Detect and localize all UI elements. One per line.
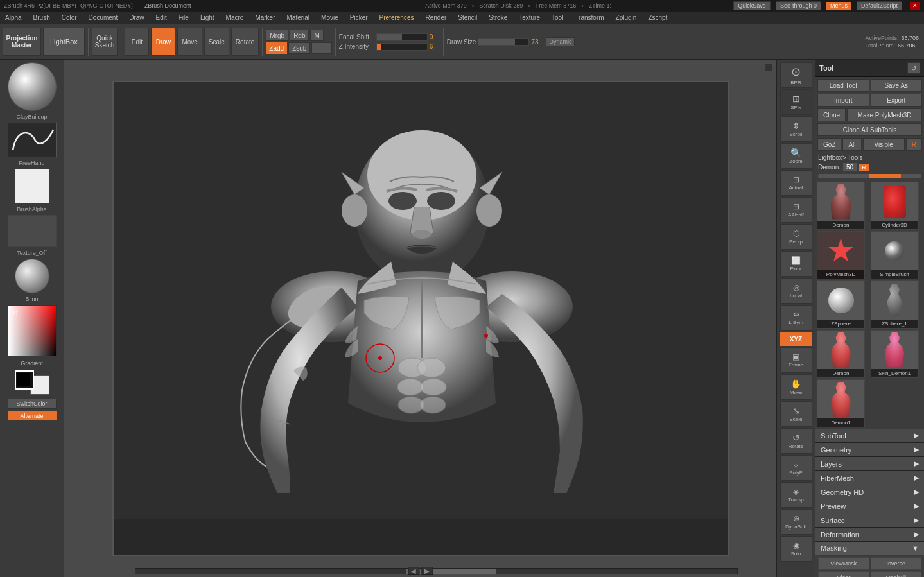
visible-button[interactable]: Visible [863,138,905,151]
menu-draw[interactable]: Draw [126,14,146,21]
z-intensity-slider[interactable] [376,43,428,51]
menu-tool[interactable]: Tool [549,14,566,21]
draw-size-slider[interactable] [478,38,529,46]
zoom-button[interactable]: 🔍 Zoom [780,143,812,169]
all-button[interactable]: All [842,138,861,151]
projection-master-button[interactable]: Projection Master [3,28,41,56]
bpr-button[interactable]: ⊙ BPR [780,62,812,88]
scroll-button[interactable]: ⇕ Scroll [780,116,812,142]
tool-polymesh3d[interactable]: PolyMesh3D [817,231,865,279]
menu-document[interactable]: Document [86,14,121,21]
texture-preview[interactable] [8,215,57,247]
view-mask-button[interactable]: ViewMask [818,557,869,570]
goz-button[interactable]: GoZ [817,138,841,151]
menu-light[interactable]: Light [198,14,217,21]
tool-zsphere[interactable]: ZSphere [817,280,865,329]
dynasub-button[interactable]: ⊛ DynaSub [780,509,812,535]
move-icon-btn[interactable]: ✋ Move [780,374,812,400]
preview-header[interactable]: Preview ▶ [815,499,924,513]
nav-left-arrow[interactable]: ◀ [408,567,419,575]
nav-right-arrow[interactable]: ▶ [421,567,433,575]
viewport[interactable] [112,81,729,556]
menu-texture[interactable]: Texture [516,14,543,21]
h-scrollbar[interactable] [135,568,738,574]
tool-skin-demon1[interactable]: Skin_Demon1 [871,330,919,378]
transp-button[interactable]: ◈ Transp [780,482,812,508]
stroke-preview[interactable] [8,123,57,157]
save-as-button[interactable]: Save As [871,79,923,92]
focal-shift-slider[interactable] [376,33,428,41]
scale-icon-btn[interactable]: ⤡ Scale [780,401,812,427]
menu-file[interactable]: File [176,14,191,21]
tool-demon2[interactable]: Demon [817,330,865,378]
color-picker[interactable] [8,305,57,356]
brush-preview[interactable] [8,62,57,111]
dynamic-button[interactable]: Dynamic [546,37,575,46]
frame-button[interactable]: ▣ Frame [780,347,812,373]
surface-header[interactable]: Surface ▶ [815,513,924,527]
aahalf-button[interactable]: ⊟ AAHalf [780,197,812,223]
menu-zplugin[interactable]: Zplugin [613,14,640,21]
mask-all-button[interactable]: MaskAll [871,571,922,577]
material-preview[interactable] [15,259,49,293]
m-button[interactable]: M [310,30,323,41]
menu-color[interactable]: Color [59,14,80,21]
solo-button[interactable]: ◉ Solo [780,536,812,562]
menu-preferences[interactable]: Preferences [377,14,417,21]
close-button[interactable]: ✕ [910,2,920,10]
rotate-button[interactable]: Rotate [231,28,259,56]
geometry-hd-header[interactable]: Geometry HD ▶ [815,485,924,499]
tool-demon1[interactable]: Demon1 [817,379,865,427]
floor-button[interactable]: ⬜ Floor [780,251,812,277]
r-button[interactable]: R [906,138,922,151]
menu-stencil[interactable]: Stencil [455,14,480,21]
demon-slider-bar[interactable] [818,174,921,178]
menu-transform[interactable]: Transform [572,14,606,21]
zcut-button[interactable]: Zcut [311,42,331,54]
menu-zscript[interactable]: Zscript [645,14,670,21]
fibermesh-header[interactable]: FiberMesh ▶ [815,471,924,485]
tool-zsphere1[interactable]: ZSphere_1 [871,280,919,329]
deformation-header[interactable]: Deformation ▶ [815,528,924,541]
tool-demon[interactable]: Demon [817,182,865,230]
geometry-header[interactable]: Geometry ▶ [815,443,924,456]
menu-edit[interactable]: Edit [153,14,170,21]
menu-alpha[interactable]: Alpha [3,14,24,21]
menu-material[interactable]: Material [284,14,313,21]
zsub-button[interactable]: Zsub [288,42,310,54]
lightbox-button[interactable]: LightBox [43,28,85,56]
clone-all-button[interactable]: Clone All SubTools [817,123,922,136]
menu-picker[interactable]: Picker [347,14,370,21]
rotate-icon-btn[interactable]: ↺ Rotate [780,428,812,454]
switch-color-button[interactable]: SwitchColor [8,399,57,409]
seethrough-button[interactable]: See-through 0 [776,1,821,10]
menu-render[interactable]: Render [423,14,449,21]
panel-refresh-icon[interactable]: ↺ [907,62,920,74]
draw-button[interactable]: Draw [151,28,175,56]
scale-button[interactable]: Scale [204,28,229,56]
move-button[interactable]: Move [177,28,202,56]
quicksave-button[interactable]: QuickSave [733,1,771,10]
inverse-button[interactable]: Inverse [871,557,922,570]
xyz-button[interactable]: XYZ [780,332,812,346]
actual-button[interactable]: ⊡ Actual [780,170,812,196]
mrgb-button[interactable]: Mrgb [266,30,288,41]
masking-header[interactable]: Masking ▼ [815,542,924,555]
canvas-area[interactable]: ◀ ▶ [64,60,776,577]
tool-cylinder3d[interactable]: Cylinder3D [871,182,919,230]
local-button[interactable]: ◎ Local [780,278,812,304]
clear-button[interactable]: Clear [818,571,869,577]
default-zscript-button[interactable]: DefaultZScript [857,1,902,10]
menu-macro[interactable]: Macro [223,14,247,21]
clone-button[interactable]: Clone [817,108,846,121]
alternate-button[interactable]: Alternate [8,411,57,420]
menu-stroke[interactable]: Stroke [486,14,510,21]
foreground-color[interactable] [15,370,34,390]
make-polymesh-button[interactable]: Make PolyMesh3D [847,108,922,121]
menus-button[interactable]: Menus [826,2,851,10]
subtool-header[interactable]: SubTool ▶ [815,429,924,442]
load-tool-button[interactable]: Load Tool [817,79,869,92]
menu-movie[interactable]: Movie [318,14,341,21]
edit-button[interactable]: Edit [125,28,149,56]
import-button[interactable]: Import [817,94,869,107]
